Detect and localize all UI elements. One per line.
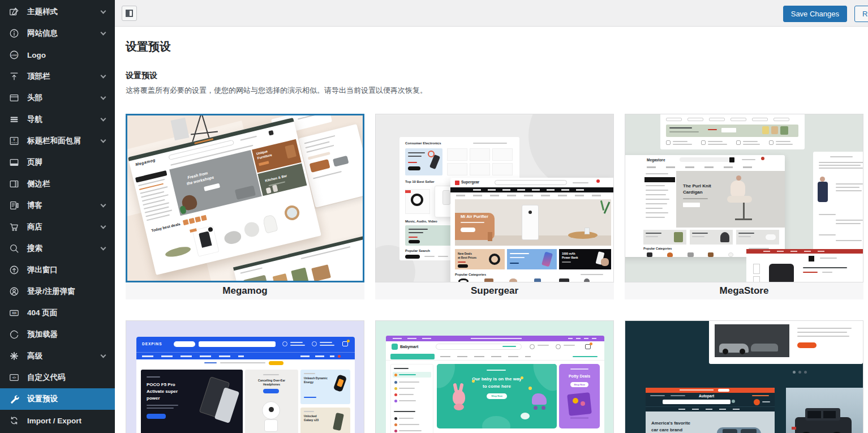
preset-name-supergear: Supergear [375,282,614,299]
chevron-down-icon [101,202,106,208]
preset-thumbnail-supergear[interactable]: Consumer Electronics [375,114,614,282]
autosport-logo: Autopart [699,394,714,398]
supergear-navbar [450,187,614,192]
icon-404: 404 [8,307,20,319]
preset-thumbnail-megamog[interactable]: Megamog [126,114,364,282]
main-panel: Save Changes Reset 设置预设 设置预设 这将覆盖所有必要的设置… [115,0,868,433]
sidebar-item-search[interactable]: 搜索 [0,238,115,259]
preset-card-dexpins: DEXPINS [126,320,364,433]
supergear-hero-title: Mi Air Purifier [461,214,488,219]
preset-card-babymart: Babymart [375,320,614,433]
chevron-down-icon [101,95,106,100]
sidebar-item-label: 侧边栏 [27,179,50,189]
autosport-back-card [709,320,863,364]
autosport-header: Autopart [646,393,775,406]
sidebar-item-label: 头部 [27,93,42,103]
dexpins-header: DEXPINS [136,337,355,352]
sidebar-item-blog[interactable]: 博客 [0,195,115,216]
chevron-down-icon [101,245,106,251]
sidebar-item-presets[interactable]: 设置预设 [0,388,115,410]
dexpins-tile-camera: Cancelling Over-Ear Headphones [245,370,298,433]
sidebar-item-footer[interactable]: 页脚 [0,152,115,173]
autosport-jeep-photo [786,388,863,433]
collapse-panel-button[interactable] [122,6,137,21]
chevron-down-icon [101,73,106,79]
titlebar-icon: T [8,135,20,147]
babymart-hero: Our baby is on the way to come here Shop… [437,364,557,428]
babymart-browser-card: Babymart [386,336,604,433]
sidebar-item-label: 导航 [27,114,42,125]
autosport-hero: America's favorite car care brand Get yo… [646,411,775,433]
sidebar-item-advanced[interactable]: 高级 [0,345,115,367]
megastore-side-card [813,152,863,252]
preset-grid: Megamog [126,114,868,433]
preset-card-autosport: Autopart America's fav [625,320,863,433]
gear-icon [8,350,20,362]
chevron-down-icon [101,30,106,36]
chevron-down-icon [101,116,106,122]
sidebar-item-theme-style[interactable]: 主题样式 [0,1,115,23]
blog-icon [8,200,20,211]
stroller-illustration [532,393,547,405]
dexpins-hero-poco: POCO F5 Pro Activate super power [141,370,243,433]
sidebar-item-preloader[interactable]: 预加载器 [0,324,115,345]
section-title: 设置预设 [126,71,868,81]
preset-thumbnail-autosport[interactable]: Autopart America's fav [625,320,863,433]
svg-text:</>: </> [12,376,16,379]
dexpins-tile-galaxy: Unlocked Galaxy s23 [300,408,350,433]
save-changes-button[interactable]: Save Changes [783,6,847,22]
sidebar-item-page-404[interactable]: 404404 页面 [0,302,115,324]
sidebar-item-label: 高级 [27,351,42,361]
reset-button[interactable]: Reset [854,6,868,22]
sync-icon [8,415,20,426]
sidebar-item-label: 顶部栏 [27,71,50,82]
app-window: 主题样式网站信息LOGOLogo顶部栏头部导航T标题栏和面包屑页脚侧边栏博客商店… [0,0,868,433]
sidebar-item-titlebar-breadcrumb[interactable]: T标题栏和面包屑 [0,130,115,152]
sidebar-item-header[interactable]: 头部 [0,87,115,109]
sidebar-item-label: 主题样式 [27,7,58,17]
megastore-browser-card: Megastore [625,155,785,257]
sidebar-item-sidebar-panel[interactable]: 侧边栏 [0,173,115,195]
search-icon [8,243,20,254]
cart-icon [8,221,20,233]
svg-text:404: 404 [12,312,16,315]
sidebar-item-shop[interactable]: 商店 [0,216,115,238]
megastore-bottom-card [746,249,863,282]
sidebar-item-label: 网站信息 [27,28,58,38]
megastore-logo: Megastore [647,158,665,162]
sidebar-item-label: 登录/注册弹窗 [27,286,75,297]
sidebar-item-label: 设置预设 [27,394,58,404]
sidebar-item-popup[interactable]: 弹出窗口 [0,259,115,281]
sidebar-item-import-export[interactable]: Import / Export [0,410,115,431]
sidebar-item-login-register[interactable]: 登录/注册弹窗 [0,281,115,302]
megamog-logo: Megamog [135,158,156,168]
babymart-logo: Babymart [400,345,418,349]
preset-thumbnail-babymart[interactable]: Babymart [375,320,614,433]
sidebar-item-label: 自定义代码 [27,372,66,383]
babymart-header: Babymart [386,341,604,353]
header-icon [8,92,20,104]
supergear-hero: Mi Air Purifier [455,199,611,246]
megastore-menu [643,171,676,228]
sidebar-item-topbar[interactable]: 顶部栏 [0,66,115,87]
logo-icon: LOGO [8,49,20,61]
theme-style-icon [8,6,20,18]
sidebar-item-label: Import / Export [27,417,81,425]
preset-thumbnail-dexpins[interactable]: DEXPINS [126,320,364,433]
autosport-browser-card: Autopart America's fav [646,388,775,433]
chevron-down-icon [101,353,106,358]
preset-thumbnail-megastore[interactable]: Megastore [625,114,863,282]
sidebar-item-label: 标题栏和面包屑 [27,136,81,146]
nav-icon [8,114,20,125]
dexpins-logo: DEXPINS [142,342,162,346]
sidebar-item-logo[interactable]: LOGOLogo [0,44,115,66]
preset-name-megamog: Megamog [126,282,364,299]
svg-text:LOGO: LOGO [11,54,17,57]
section-description: 这将覆盖所有必要的设置，使您的网站与您选择的演示相似。请导出当前设置以便再次恢复… [126,85,868,96]
sidebar-item-navigation[interactable]: 导航 [0,109,115,130]
supergear-front-card: Supergear M [450,178,614,282]
sidebar-item-site-info[interactable]: 网站信息 [0,23,115,44]
sidebar-item-custom-code[interactable]: </>自定义代码 [0,367,115,388]
presets-page: 设置预设 设置预设 这将覆盖所有必要的设置，使您的网站与您选择的演示相似。请导出… [115,27,868,433]
user-icon [8,286,20,297]
